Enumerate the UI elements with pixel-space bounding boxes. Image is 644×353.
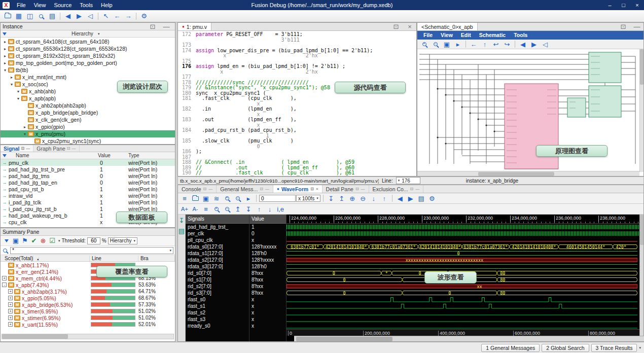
wave-row-rid-s2-7-0[interactable]: xx — [287, 283, 639, 290]
zoom-in-icon[interactable] — [212, 204, 221, 214]
wave-row-rdata-s0-127-0[interactable]: 6381b77c01*420141814101040*6381b77c01a07… — [287, 243, 639, 250]
statusbar-2-global-search[interactable]: 2 Global Search — [542, 344, 589, 352]
waveform-hscroll-thumb[interactable] — [296, 337, 392, 341]
signal-col-type[interactable]: Type — [128, 153, 139, 158]
pass-icon[interactable]: ✔ — [30, 236, 38, 245]
collapse-arrow-icon[interactable]: ▾ — [16, 96, 21, 101]
error-icon[interactable]: ⊗ — [39, 236, 47, 245]
wave-signal-name[interactable]: rid_s1[7:0] — [186, 276, 249, 283]
minimize-pane-icon[interactable]: — — [415, 187, 419, 191]
tab-exclusion-co[interactable]: Exclusion Co...⊡— — [369, 185, 424, 193]
zoom-out-icon[interactable] — [233, 194, 242, 203]
minimize-pane-icon[interactable]: — — [265, 187, 269, 191]
expand-arrow-icon[interactable]: ▸ — [9, 75, 14, 80]
status-more-caret-icon[interactable]: ▾ — [639, 346, 641, 350]
list-icon[interactable]: ≡ — [201, 204, 210, 214]
signal-row-pmu-clk[interactable]: →pmu_clk0wire(Port In) — [1, 159, 175, 166]
close-pane-icon[interactable]: × — [316, 187, 318, 191]
instance-tree-item-ct-spsram-65536x128[interactable]: ▸Mct_spsram_65536x128(ct_spsram_65536x12… — [1, 45, 175, 52]
wave-row-rdata-s1-127-0[interactable]: 0 — [287, 250, 639, 257]
pan-left-icon[interactable]: ← — [469, 40, 479, 49]
wave-row-rdata-s3-127-0[interactable] — [287, 263, 639, 270]
signal-col-name[interactable]: Name — [16, 153, 29, 158]
tab-signal[interactable]: Signal⊡— — [1, 145, 33, 152]
assert-icon[interactable]: ☑ — [48, 236, 56, 245]
summary-col-scope[interactable]: Scope(Total) ▴ — [1, 256, 90, 261]
wave-signal-name[interactable]: rready_s0 — [186, 323, 249, 329]
wave-signal-name[interactable]: rlast_s1 — [186, 303, 249, 309]
filter-funnel-icon[interactable] — [3, 32, 7, 36]
maximize-button[interactable]: □ — [617, 0, 630, 10]
wave-signal-name[interactable]: rlast_s0 — [186, 296, 249, 303]
nav-upleft-icon[interactable]: ↖ — [101, 12, 111, 21]
waveform-vscroll-thumb[interactable] — [640, 215, 643, 245]
waveform-vscrollbar[interactable] — [639, 215, 643, 341]
instance-tree-item-tb[interactable]: ▾Mtb(tb) — [1, 66, 175, 74]
expand-box-icon[interactable]: + — [8, 296, 13, 300]
expand-box-icon[interactable]: + — [8, 315, 13, 320]
save-icon[interactable]: ▣ — [201, 194, 210, 203]
tab-graph-pane[interactable]: Graph Pane⊡— — [33, 145, 79, 152]
close-button[interactable]: × — [630, 0, 644, 10]
add-signal-icon[interactable]: ≋ — [212, 194, 221, 203]
expand-arrow-icon[interactable]: ▸ — [22, 125, 27, 129]
expand-box-icon[interactable]: + — [8, 322, 13, 327]
wave-row-rlast-s3[interactable] — [287, 316, 639, 323]
line-number[interactable]: 185 — [178, 138, 191, 144]
minimize-pane-icon[interactable]: — — [161, 22, 171, 31]
signal-filter-funnel-icon[interactable] — [3, 154, 7, 157]
schematic-menu-file[interactable]: File — [419, 31, 437, 40]
line-number[interactable]: 190 — [178, 170, 191, 176]
minimize-pane-icon[interactable]: — — [361, 187, 365, 191]
expand-arrow-icon[interactable]: ▸ — [3, 61, 8, 65]
zoom-out-icon[interactable] — [431, 40, 441, 49]
step-back-icon[interactable]: ◁ — [85, 12, 95, 21]
next-edge-icon[interactable]: ↥ — [337, 194, 346, 203]
expand-box-icon[interactable]: + — [8, 302, 13, 307]
wave-signal-name[interactable]: rdata_s2[127:0] — [186, 257, 249, 263]
line-number[interactable]: 182 — [178, 107, 191, 112]
line-number[interactable]: 172 — [178, 32, 191, 38]
waveform-overview-bar[interactable]: 0200,000,000400,000,000600,000,000800,00… — [287, 329, 639, 336]
trace-back-icon[interactable]: ◀ — [518, 40, 528, 49]
save-icon[interactable]: ▣ — [12, 236, 20, 245]
undo-icon[interactable]: ↩ — [491, 40, 501, 49]
goto-end-icon[interactable]: ↧ — [244, 204, 253, 214]
wave-signal-name[interactable]: rdata_s3[127:0] — [186, 263, 249, 270]
split-window-icon[interactable]: ◫ — [25, 12, 35, 21]
wave-signal-name[interactable]: pad_had_jtg_trst_ — [186, 224, 249, 230]
signal-row-i-pad-jtg-tclk[interactable]: →i_pad_jtg_tclk1wire(Port In) — [1, 199, 175, 205]
expand-arrow-icon[interactable]: ▸ — [3, 47, 8, 51]
zoom-fit-icon[interactable]: ⊕ — [348, 194, 357, 203]
select-cursor-icon[interactable]: ▸ — [244, 194, 253, 203]
coverage-row-x-uart[interactable]: +Mx_uart(11.55%)52.01% — [1, 321, 175, 328]
minimize-pane-icon[interactable]: — — [208, 187, 212, 191]
summary-column-header[interactable]: Scope(Total) ▴ Line Bra — [1, 255, 175, 262]
line-number-select[interactable]: ▾ 176 — [396, 177, 420, 184]
instance-tree-item-x-clk-gen[interactable]: Mx_clk_gen(clk_gen) — [1, 116, 175, 123]
schematic-hscrollbar[interactable] — [417, 171, 639, 176]
line-number[interactable]: 181 — [178, 96, 191, 101]
settings-gear-icon[interactable]: ⚙ — [139, 12, 149, 21]
schematic-menu-view[interactable]: View — [437, 31, 457, 40]
expand-arrow-icon[interactable]: ▸ — [3, 40, 8, 44]
line-number[interactable]: 183 — [178, 117, 191, 123]
instance-tree-item-ct-spsram-8192x32[interactable]: ▸Mct_spsram_8192x32(ct_spsram_8192x32) — [1, 52, 175, 59]
line-number[interactable]: 188 — [178, 160, 191, 165]
play-back-icon[interactable]: ◀ — [396, 194, 405, 203]
float-pane-icon[interactable]: ⊡ — [618, 22, 628, 31]
float-pane-icon[interactable]: ⊡ — [203, 187, 207, 191]
collapse-box-icon[interactable]: - — [2, 283, 7, 287]
waveform-hscrollbar[interactable] — [294, 336, 644, 341]
float-pane-icon[interactable]: ⊡ — [67, 146, 70, 151]
pointer-icon[interactable]: ▸ — [453, 40, 463, 49]
line-number[interactable]: 179 — [178, 85, 191, 91]
hierarchy-sort-caret-icon[interactable]: ▾ — [98, 32, 100, 36]
line-number[interactable]: 176 — [178, 64, 191, 69]
coverage-row-x-timer[interactable]: +Mx_timer(6.95%)51.02% — [1, 308, 175, 314]
line-number[interactable]: 174 — [178, 48, 191, 54]
float-pane-icon[interactable]: ⊡ — [260, 187, 263, 191]
collapse-arrow-icon[interactable]: ▾ — [22, 132, 27, 136]
wave-signal-name[interactable]: rid_s2[7:0] — [186, 283, 249, 290]
tab-pmu-v[interactable]: ● 1: pmu.v — [178, 23, 211, 30]
